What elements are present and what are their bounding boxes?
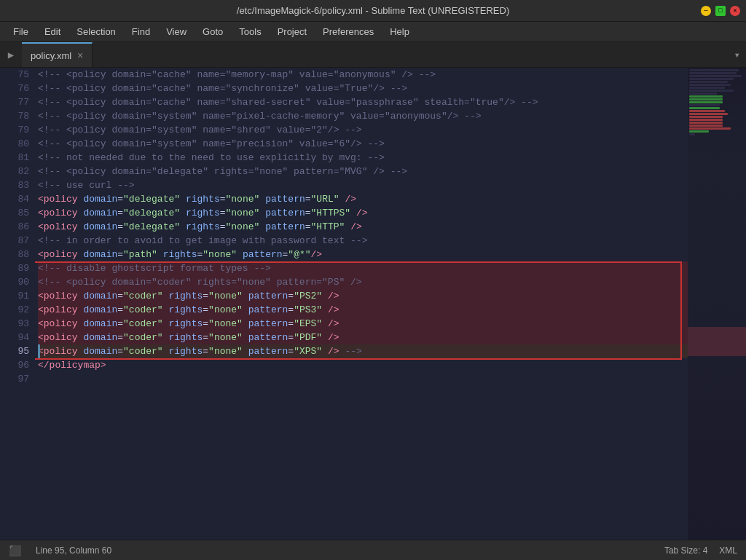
menu-help[interactable]: Help — [382, 24, 417, 39]
line-num-85: 85 — [0, 206, 29, 220]
menu-selection[interactable]: Selection — [69, 24, 122, 39]
line-num-80: 80 — [0, 137, 29, 151]
window-controls: — □ ✕ — [701, 6, 740, 16]
line-num-78: 78 — [0, 109, 29, 123]
code-line-89: <!-- disable ghostscript format types --… — [38, 261, 688, 275]
code-line-86: <policy domain="delegate" rights="none" … — [38, 220, 688, 234]
window-title: /etc/ImageMagick-6/policy.xml - Sublime … — [237, 5, 509, 16]
statusbar: ⬛ Line 95, Column 60 Tab Size: 4 XML — [0, 540, 746, 560]
tab-filename: policy.xml — [31, 50, 71, 61]
line-num-83: 83 — [0, 178, 29, 192]
status-icon-terminal: ⬛ — [9, 545, 21, 556]
code-line-87: <!-- in order to avoid to get image with… — [38, 234, 688, 248]
line-num-76: 76 — [0, 82, 29, 95]
line-num-84: 84 — [0, 192, 29, 206]
code-line-83: <!-- use curl --> — [38, 178, 688, 192]
line-num-88: 88 — [0, 248, 29, 261]
minimap-selection — [688, 327, 746, 356]
menu-edit[interactable]: Edit — [37, 24, 68, 39]
restore-button[interactable]: □ — [715, 6, 726, 16]
code-line-92: <policy domain="coder" rights="none" pat… — [38, 303, 688, 317]
line-num-97: 97 — [0, 372, 29, 386]
minimap-content — [688, 68, 746, 540]
code-line-76: <!-- <policy domain="cache" name="synchr… — [38, 82, 688, 95]
line-num-93: 93 — [0, 317, 29, 331]
line-num-79: 79 — [0, 123, 29, 137]
code-line-90: <!-- <policy domain="coder" rights="none… — [38, 275, 688, 289]
status-position: Line 95, Column 60 — [36, 545, 111, 556]
close-button[interactable]: ✕ — [730, 6, 740, 16]
tab-policy-xml[interactable]: policy.xml × — [22, 42, 93, 67]
editor: 75 76 77 78 79 80 81 82 83 84 85 86 87 8… — [0, 68, 746, 540]
code-line-84: <policy domain="delegate" rights="none" … — [38, 192, 688, 206]
menu-find[interactable]: Find — [125, 24, 157, 39]
tab-expand-button[interactable]: ▶ — [0, 42, 22, 67]
line-num-90: 90 — [0, 275, 29, 289]
code-line-85: <policy domain="delegate" rights="none" … — [38, 206, 688, 220]
status-syntax[interactable]: XML — [719, 545, 737, 556]
minimize-button[interactable]: — — [701, 6, 711, 16]
code-line-82: <!-- <policy domain="delegate" rights="n… — [38, 165, 688, 178]
code-line-95: <policy domain="coder" rights="none" pat… — [38, 344, 688, 358]
line-numbers: 75 76 77 78 79 80 81 82 83 84 85 86 87 8… — [0, 68, 35, 540]
line-num-96: 96 — [0, 358, 29, 372]
code-line-88: <policy domain="path" rights="none" patt… — [38, 248, 688, 261]
code-line-93: <policy domain="coder" rights="none" pat… — [38, 317, 688, 331]
code-line-94: <policy domain="coder" rights="none" pat… — [38, 331, 688, 344]
code-area[interactable]: <!-- <policy domain="cache" name="memory… — [35, 68, 688, 540]
code-line-97 — [38, 372, 688, 386]
menu-project[interactable]: Project — [270, 24, 314, 39]
current-line-indicator — [38, 344, 40, 358]
line-num-91: 91 — [0, 289, 29, 303]
line-num-75: 75 — [0, 68, 29, 82]
code-line-75: <!-- <policy domain="cache" name="memory… — [38, 68, 688, 82]
menubar: File Edit Selection Find View Goto Tools… — [0, 22, 746, 42]
menu-preferences[interactable]: Preferences — [315, 24, 381, 39]
line-num-86: 86 — [0, 220, 29, 234]
line-num-87: 87 — [0, 234, 29, 248]
line-num-92: 92 — [0, 303, 29, 317]
status-tab-size[interactable]: Tab Size: 4 — [664, 545, 707, 556]
status-left: ⬛ Line 95, Column 60 — [9, 545, 111, 556]
line-num-82: 82 — [0, 165, 29, 178]
tab-close-button[interactable]: × — [77, 50, 83, 60]
tab-dropdown-button[interactable]: ▾ — [734, 49, 740, 61]
code-line-96: </policymap> — [38, 358, 688, 372]
menu-file[interactable]: File — [6, 24, 36, 39]
code-line-80: <!-- <policy domain="system" name="preci… — [38, 137, 688, 151]
status-right: Tab Size: 4 XML — [664, 545, 737, 556]
code-line-91: <policy domain="coder" rights="none" pat… — [38, 289, 688, 303]
minimap — [688, 68, 746, 540]
menu-goto[interactable]: Goto — [195, 24, 230, 39]
code-line-79: <!-- <policy domain="system" name="shred… — [38, 123, 688, 137]
line-num-77: 77 — [0, 95, 29, 109]
line-num-81: 81 — [0, 151, 29, 165]
titlebar: /etc/ImageMagick-6/policy.xml - Sublime … — [0, 0, 746, 22]
code-line-77: <!-- <policy domain="cache" name="shared… — [38, 95, 688, 109]
menu-tools[interactable]: Tools — [232, 24, 268, 39]
tabbar: ▶ policy.xml × ▾ — [0, 42, 746, 68]
minimap-lines — [688, 68, 746, 138]
line-num-89: 89 — [0, 261, 29, 275]
menu-view[interactable]: View — [159, 24, 194, 39]
line-num-94: 94 — [0, 331, 29, 344]
line-num-95: 95 — [0, 344, 29, 358]
code-line-81: <!-- not needed due to the need to use e… — [38, 151, 688, 165]
code-line-78: <!-- <policy domain="system" name="pixel… — [38, 109, 688, 123]
